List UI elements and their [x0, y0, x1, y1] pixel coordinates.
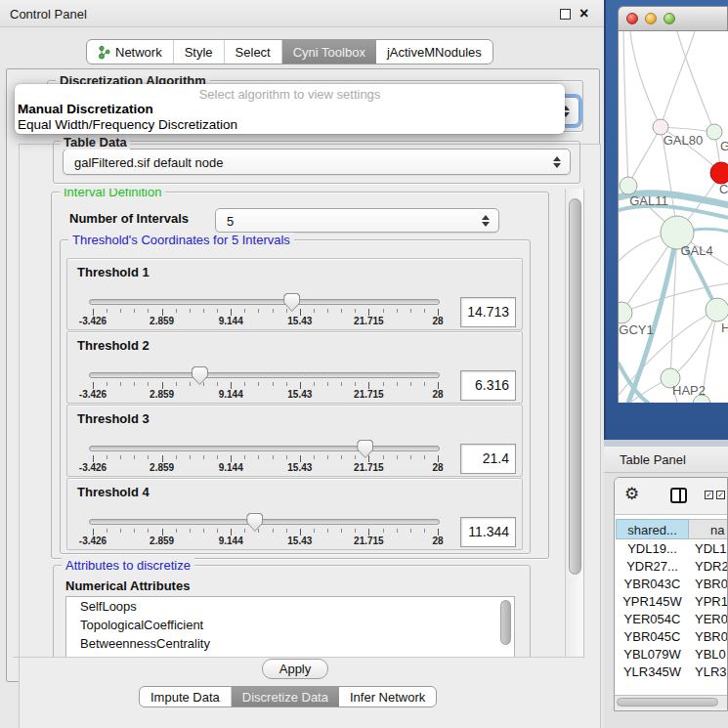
attribute-list-item[interactable]: SelfLoops	[66, 597, 514, 616]
attribute-list-item[interactable]: BetweennessCentrality	[66, 634, 514, 653]
network-node-h[interactable]	[706, 298, 728, 321]
table-row[interactable]: YBL079WYBL0	[615, 646, 728, 664]
network-view-canvas[interactable]: GAL80GACGAL11GAL4GCY1HHAP2	[618, 31, 728, 403]
zoom-traffic-light-icon[interactable]	[664, 13, 675, 24]
network-node-gal11[interactable]	[620, 177, 637, 194]
network-node-c[interactable]	[710, 162, 728, 184]
tab-style[interactable]: Style	[174, 40, 225, 64]
slider-track[interactable]	[89, 299, 440, 305]
slider-tick	[107, 309, 107, 313]
slider-thumb[interactable]	[357, 440, 373, 458]
cell-shared-name: YDR27...	[616, 558, 689, 576]
tab-label: Cyni Toolbox	[293, 45, 365, 60]
slider-tick	[383, 455, 384, 459]
table-row[interactable]: YPR145WYPR1	[615, 593, 728, 611]
settings-scroll-viewport: Interval Definition Number of Intervals …	[13, 189, 565, 657]
threshold-value-field[interactable]: 11.344	[460, 517, 516, 547]
popup-option-manual-discretization[interactable]: Manual Discretization	[18, 102, 153, 116]
tab-label: jActiveMNodules	[387, 45, 482, 60]
slider-tick	[300, 455, 301, 462]
gear-icon[interactable]: ⚙	[624, 484, 639, 504]
threshold-value-field[interactable]: 14.713	[460, 297, 516, 327]
slider-tick-label: -3.426	[64, 389, 122, 400]
table-data-combobox[interactable]: galFiltered.sif default node	[63, 149, 571, 175]
slider-tick-label: 15.43	[271, 316, 329, 326]
popup-option-equal-width-frequency[interactable]: Equal Width/Frequency Discretization	[18, 117, 237, 132]
table-row[interactable]: YBR043CYBR0	[615, 576, 728, 593]
slider-track[interactable]	[89, 519, 440, 525]
cell-name: YLR3	[695, 664, 727, 681]
slider-tick	[273, 309, 274, 313]
threshold-label: Threshold 4	[77, 485, 150, 499]
columns-icon[interactable]	[670, 488, 687, 503]
attribute-list-item[interactable]: TopologicalCoefficient	[66, 616, 514, 634]
tab-infer-network[interactable]: Infer Network	[339, 687, 436, 707]
tab-network[interactable]: Network	[87, 40, 174, 64]
slider-tick	[383, 382, 384, 386]
tab-label: Style	[185, 45, 213, 60]
table-row[interactable]: YLR345WYLR3	[615, 664, 728, 681]
table-row[interactable]: YDR27...YDR2	[615, 558, 728, 576]
tab-label: Discretize Data	[242, 690, 328, 705]
tab-select[interactable]: Select	[225, 40, 282, 64]
number-of-intervals-combobox[interactable]: 5	[215, 208, 499, 233]
combo-stepper-icon	[553, 156, 561, 168]
application-window: Control Panel × NetworkStyleSelectCyni T…	[0, 0, 728, 728]
table-rows: YDL19...YDL1YDR27...YDR2YBR043CYBR0YPR14…	[615, 540, 728, 683]
tab-discretize-data[interactable]: Discretize Data	[232, 687, 339, 707]
network-node-label: GCY1	[619, 322, 653, 337]
slider-tick	[231, 309, 232, 316]
table-horizontal-scrollbar-thumb[interactable]	[617, 698, 718, 707]
apply-button[interactable]: Apply	[262, 659, 328, 679]
slider-thumb[interactable]	[192, 366, 208, 385]
threshold-coordinates-label: Threshold's Coordinates for 5 Intervals	[68, 233, 294, 247]
tab-cyni-toolbox[interactable]: Cyni Toolbox	[282, 40, 376, 64]
slider-tick	[286, 529, 287, 533]
slider-tick	[438, 455, 439, 462]
tab-impute-data[interactable]: Impute Data	[140, 687, 232, 707]
table-horizontal-scrollbar[interactable]	[615, 695, 728, 708]
slider-tick	[217, 455, 218, 459]
slider-tick	[397, 455, 398, 459]
table-row[interactable]: YBR045CYBR0	[615, 628, 728, 646]
close-traffic-light-icon[interactable]	[626, 13, 638, 24]
slider-tick	[314, 382, 315, 386]
list-scrollbar-thumb[interactable]	[500, 600, 511, 645]
table-panel-titlebar: Table Panel	[604, 447, 728, 473]
slider-tick	[203, 455, 204, 459]
slider-thumb[interactable]	[246, 513, 263, 532]
slider-tick	[383, 529, 384, 533]
cell-name: YDL1	[695, 540, 727, 558]
popup-hint: Select algorithm to view settings	[15, 87, 565, 102]
cell-shared-name: YLR345W	[616, 664, 689, 681]
slider-tick	[162, 382, 163, 389]
table-row[interactable]: YDL19...YDL1	[615, 540, 728, 558]
table-data-combobox-value: galFiltered.sif default node	[74, 154, 223, 169]
slider-tick	[355, 529, 356, 533]
float-window-icon[interactable]	[560, 9, 571, 20]
checkbox-icon[interactable]: ✓	[716, 491, 725, 499]
settings-scrollbar-thumb[interactable]	[569, 198, 581, 575]
column-header-name[interactable]: na	[689, 519, 728, 539]
tab-jactivemnodules[interactable]: jActiveMNodules	[376, 40, 492, 64]
slider-tick	[410, 455, 411, 459]
slider-tick-label: 15.43	[271, 535, 329, 546]
slider-tick	[120, 382, 121, 386]
numerical-attributes-list[interactable]: SelfLoopsTopologicalCoefficientBetweenne…	[65, 596, 515, 657]
slider-tick	[134, 382, 135, 386]
column-header-shared-name[interactable]: shared...	[616, 519, 689, 539]
network-node-ga[interactable]	[707, 124, 722, 140]
close-icon[interactable]: ×	[579, 4, 588, 23]
slider-tick	[438, 382, 439, 389]
settings-scrollbar[interactable]	[565, 189, 584, 657]
checkbox-icon[interactable]: ✓	[705, 491, 713, 499]
network-node-gcy1[interactable]	[619, 302, 632, 323]
threshold-value-field[interactable]: 21.4	[460, 444, 516, 474]
table-row[interactable]: YIL053CYIL0	[615, 681, 728, 683]
slider-tick	[424, 455, 425, 459]
threshold-value-field[interactable]: 6.316	[460, 370, 516, 401]
table-row[interactable]: YER054CYER0	[615, 611, 728, 628]
slider-track[interactable]	[89, 446, 440, 451]
slider-track[interactable]	[89, 372, 440, 378]
minimize-traffic-light-icon[interactable]	[645, 13, 657, 24]
